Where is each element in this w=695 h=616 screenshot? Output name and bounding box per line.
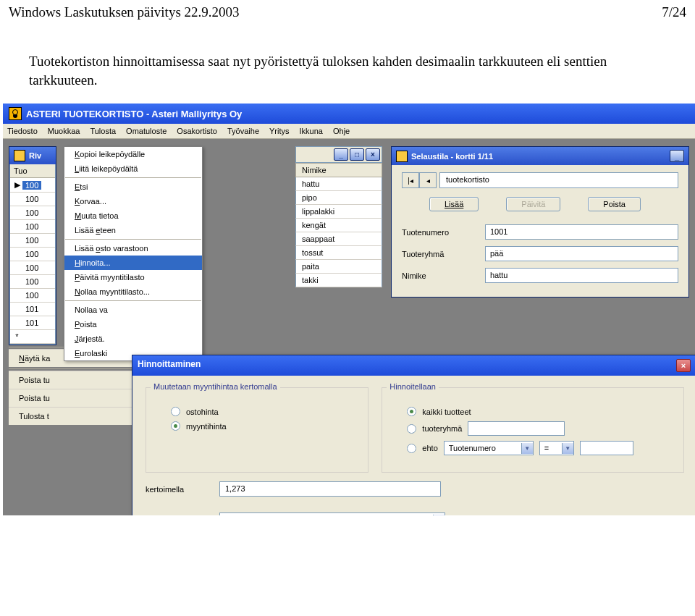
app-icon <box>9 107 22 120</box>
menu-item[interactable]: Muuta tietoa <box>64 208 202 223</box>
nimike-item[interactable]: tossut <box>295 246 382 260</box>
menu-item[interactable]: Nollaa va <box>64 303 202 317</box>
app-window: ASTERI TUOTEKORTISTO - Asteri Malliyrity… <box>3 104 695 515</box>
grid-row[interactable]: 100 <box>10 234 55 248</box>
menu-yritys[interactable]: Yritys <box>269 127 290 135</box>
titlebar: ASTERI TUOTEKORTISTO - Asteri Malliyrity… <box>3 104 695 124</box>
grid-row[interactable]: 100 <box>10 193 55 206</box>
menu-item[interactable]: Lisää eteen <box>64 223 202 237</box>
menu-tiedosto[interactable]: Tiedosto <box>7 127 38 135</box>
kerroin-input[interactable]: 1,273 <box>219 481 441 497</box>
nimike-header[interactable]: Nimike <box>295 163 382 177</box>
menu-item[interactable]: Hinnoita... <box>64 256 202 270</box>
kerroin-label: kertoimella <box>146 485 212 494</box>
grid-window-caption: Riv <box>29 151 41 160</box>
product-group-input[interactable] <box>468 421 565 436</box>
menu-ikkuna[interactable]: Ikkuna <box>300 127 323 135</box>
condition-op-combo[interactable]: =▼ <box>539 441 574 455</box>
grid-row[interactable]: ▶100 <box>10 178 55 193</box>
form-row: Tuotenumero1001 <box>402 224 678 240</box>
nav-first-button[interactable]: |◂ <box>402 172 419 188</box>
pyoristys-combo[interactable]: 2 desimaalin tarkkuus (esim. 13.31)▼ <box>219 512 445 515</box>
browse-title: Selaustila - kortti 1/11 <box>411 152 493 161</box>
menu-osakortisto[interactable]: Osakortisto <box>177 127 217 135</box>
leftact-poista2[interactable]: Poista tu <box>9 389 142 407</box>
condition-value-input[interactable] <box>580 441 633 455</box>
grid-window-icon <box>14 150 25 161</box>
browse-min-icon[interactable]: _ <box>670 150 684 162</box>
browse-titlebar: Selaustila - kortti 1/11 _ <box>392 147 688 165</box>
dialog-close-icon[interactable]: × <box>676 359 691 372</box>
col-window-controls: _ □ × <box>295 146 382 163</box>
group-scope: Hinnoitellaan kaikki tuotteet tuoteryhmä… <box>382 387 684 473</box>
grid-row[interactable]: 100 <box>10 220 55 234</box>
field-input[interactable]: pää <box>485 246 678 261</box>
menu-item[interactable]: Poista <box>64 317 202 332</box>
form-row: Nimikehattu <box>402 268 678 283</box>
menu-muokkaa[interactable]: Muokkaa <box>48 127 80 135</box>
leftact-tulosta[interactable]: Tulosta t <box>9 407 142 425</box>
doc-header-left: Windows Laskutuksen päivitys 22.9.2003 <box>9 4 240 20</box>
dialog-titlebar: Hinnoittaminen × <box>132 355 695 376</box>
col-min-icon[interactable]: _ <box>334 148 348 161</box>
field-label: Nimike <box>402 271 485 280</box>
nimike-item[interactable]: takki <box>295 274 382 287</box>
grid-row[interactable]: 100 <box>10 248 55 261</box>
radio-myyntihinta[interactable]: myyntihinta <box>171 421 356 431</box>
dialog-title: Hinnoittaminen <box>138 359 201 372</box>
menu-omatuloste[interactable]: Omatuloste <box>126 127 167 135</box>
menu-item[interactable]: Etsi <box>64 180 202 194</box>
menu-ohje[interactable]: Ohje <box>333 127 350 135</box>
nimike-item[interactable]: paita <box>295 260 382 274</box>
field-label: Tuoteryhmä <box>402 250 485 258</box>
nimike-item[interactable]: hattu <box>295 177 382 191</box>
menu-tyovaihe[interactable]: Työvaihe <box>227 127 259 135</box>
condition-field-combo[interactable]: Tuotenumero▼ <box>444 441 534 455</box>
col-max-icon[interactable]: □ <box>350 148 364 161</box>
menu-item[interactable]: Nollaa myyntitilasto... <box>64 284 202 299</box>
field-input[interactable]: 1001 <box>485 224 678 240</box>
menu-item[interactable]: Korvaa... <box>64 194 202 208</box>
field-input[interactable]: hattu <box>485 268 678 283</box>
menu-item[interactable]: Lisää osto varastoon <box>64 241 202 256</box>
grid-row[interactable]: 101 <box>10 316 55 330</box>
grid-row[interactable]: 100 <box>10 289 55 303</box>
page-description: Tuotekortiston hinnoittamisessa saat nyt… <box>0 23 695 102</box>
delete-button[interactable]: Poista <box>588 197 641 211</box>
menu-item[interactable]: Kopioi leikepöydälle <box>64 147 202 161</box>
grid-row[interactable]: 101 <box>10 303 55 316</box>
nimike-item[interactable]: saappaat <box>295 232 382 246</box>
menu-item[interactable]: Päivitä myyntitilasto <box>64 270 202 284</box>
grid-col-header[interactable]: Tuo <box>10 164 55 178</box>
grid-new-row[interactable]: * <box>10 330 55 344</box>
grid-row[interactable]: 100 <box>10 275 55 289</box>
group-scope-label: Hinnoitellaan <box>387 382 439 391</box>
add-button[interactable]: Lisää <box>429 197 479 211</box>
menu-item[interactable]: Liitä leikepöydältä <box>64 161 202 176</box>
nimike-item[interactable]: lippalakki <box>295 205 382 219</box>
grid-window: Riv Tuo ▶1001001001001001001001001001011… <box>9 146 56 345</box>
leftact-poista1[interactable]: Poista tu <box>9 371 142 389</box>
app-title: ASTERI TUOTEKORTISTO - Asteri Malliyrity… <box>26 109 242 119</box>
menubar[interactable]: Tiedosto Muokkaa Tulosta Omatuloste Osak… <box>3 124 695 139</box>
context-menu: Kopioi leikepöydälleLiitä leikepöydältäE… <box>64 146 203 361</box>
menu-tulosta[interactable]: Tulosta <box>90 127 116 135</box>
nimike-column: _ □ × Nimike hattupipolippalakkikengätsa… <box>295 146 382 287</box>
radio-product-group[interactable]: tuoteryhmä <box>407 421 672 436</box>
update-button: Päivitä <box>506 197 560 211</box>
radio-condition[interactable]: ehto Tuotenumero▼ =▼ <box>407 441 672 455</box>
field-label: Tuotenumero <box>402 228 485 237</box>
nimike-item[interactable]: pipo <box>295 191 382 205</box>
grid-row[interactable]: 100 <box>10 261 55 275</box>
nav-prev-button[interactable]: ◂ <box>419 172 437 188</box>
nav-source-text: tuotekortisto <box>439 172 678 188</box>
grid-window-title: Riv <box>9 147 56 164</box>
doc-header-right: 7/24 <box>662 4 686 20</box>
radio-ostohinta[interactable]: ostohinta <box>171 407 356 416</box>
menu-item[interactable]: Järjestä. <box>64 332 202 346</box>
radio-all-products[interactable]: kaikki tuotteet <box>407 407 672 416</box>
grid-row[interactable]: 100 <box>10 206 55 220</box>
browse-icon <box>396 151 408 162</box>
col-close-icon[interactable]: × <box>366 148 380 161</box>
nimike-item[interactable]: kengät <box>295 219 382 232</box>
